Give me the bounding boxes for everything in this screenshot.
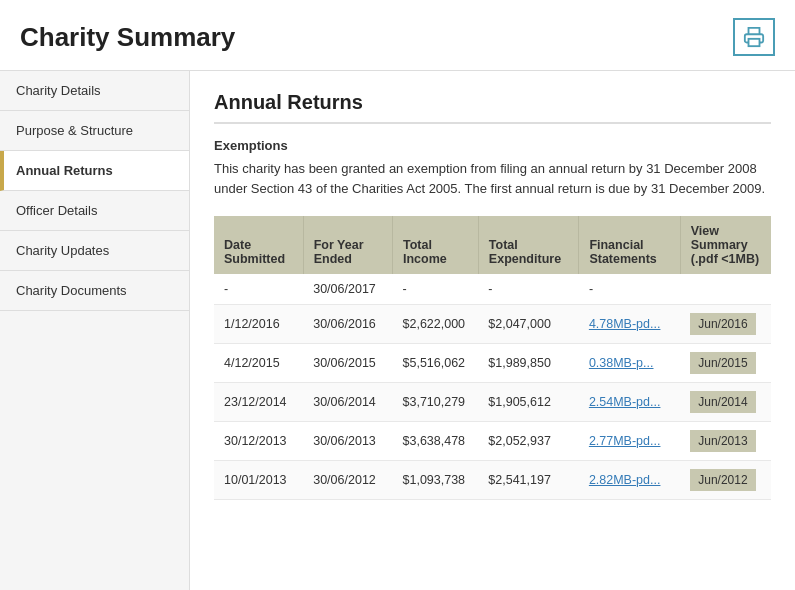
cell-total-income: $3,710,279 bbox=[393, 383, 479, 422]
cell-total-income: - bbox=[393, 274, 479, 305]
col-view-summary: View Summary(.pdf <1MB) bbox=[680, 216, 771, 274]
col-for-year-ended: For Year Ended bbox=[303, 216, 392, 274]
table-body: -30/06/2017---1/12/201630/06/2016$2,622,… bbox=[214, 274, 771, 500]
main-content: Annual Returns Exemptions This charity h… bbox=[190, 71, 795, 590]
financial-statements-link[interactable]: 0.38MB-p... bbox=[589, 356, 654, 370]
sidebar-item-officer-details[interactable]: Officer Details bbox=[0, 191, 189, 231]
table-row: 4/12/201530/06/2015$5,516,062$1,989,8500… bbox=[214, 344, 771, 383]
view-summary-button[interactable]: Jun/2015 bbox=[690, 352, 755, 374]
annual-returns-table: Date Submitted For Year Ended Total Inco… bbox=[214, 216, 771, 500]
cell-total-income: $1,093,738 bbox=[393, 461, 479, 500]
cell-for-year-ended: 30/06/2017 bbox=[303, 274, 392, 305]
cell-financial-statements: 2.82MB-pd... bbox=[579, 461, 680, 500]
col-total-expenditure: Total Expenditure bbox=[478, 216, 579, 274]
exemptions-text: This charity has been granted an exempti… bbox=[214, 159, 771, 198]
table-row: 30/12/201330/06/2013$3,638,478$2,052,937… bbox=[214, 422, 771, 461]
table-row: 1/12/201630/06/2016$2,622,000$2,047,0004… bbox=[214, 305, 771, 344]
cell-total-expenditure: - bbox=[478, 274, 579, 305]
view-summary-button[interactable]: Jun/2012 bbox=[690, 469, 755, 491]
sidebar-item-charity-updates[interactable]: Charity Updates bbox=[0, 231, 189, 271]
cell-financial-statements: 2.54MB-pd... bbox=[579, 383, 680, 422]
printer-icon bbox=[743, 26, 765, 48]
sidebar-item-purpose-structure[interactable]: Purpose & Structure bbox=[0, 111, 189, 151]
financial-statements-link[interactable]: 2.77MB-pd... bbox=[589, 434, 661, 448]
table-row: 23/12/201430/06/2014$3,710,279$1,905,612… bbox=[214, 383, 771, 422]
cell-total-expenditure: $2,541,197 bbox=[478, 461, 579, 500]
page-layout: Charity Details Purpose & Structure Annu… bbox=[0, 71, 795, 590]
col-total-income: Total Income bbox=[393, 216, 479, 274]
financial-statements-link[interactable]: 4.78MB-pd... bbox=[589, 317, 661, 331]
cell-date-submitted: 23/12/2014 bbox=[214, 383, 303, 422]
sidebar: Charity Details Purpose & Structure Annu… bbox=[0, 71, 190, 590]
cell-total-expenditure: $1,989,850 bbox=[478, 344, 579, 383]
cell-for-year-ended: 30/06/2016 bbox=[303, 305, 392, 344]
cell-date-submitted: 1/12/2016 bbox=[214, 305, 303, 344]
section-title: Annual Returns bbox=[214, 91, 771, 124]
col-date-submitted: Date Submitted bbox=[214, 216, 303, 274]
cell-date-submitted: 30/12/2013 bbox=[214, 422, 303, 461]
table-row: 10/01/201330/06/2012$1,093,738$2,541,197… bbox=[214, 461, 771, 500]
financial-statements-link[interactable]: 2.82MB-pd... bbox=[589, 473, 661, 487]
cell-for-year-ended: 30/06/2014 bbox=[303, 383, 392, 422]
cell-view-summary: Jun/2014 bbox=[680, 383, 771, 422]
table-header: Date Submitted For Year Ended Total Inco… bbox=[214, 216, 771, 274]
view-summary-button[interactable]: Jun/2016 bbox=[690, 313, 755, 335]
view-summary-button[interactable]: Jun/2014 bbox=[690, 391, 755, 413]
cell-total-expenditure: $2,052,937 bbox=[478, 422, 579, 461]
cell-date-submitted: 4/12/2015 bbox=[214, 344, 303, 383]
exemptions-heading: Exemptions bbox=[214, 138, 771, 153]
financial-statements-link[interactable]: 2.54MB-pd... bbox=[589, 395, 661, 409]
cell-financial-statements: 4.78MB-pd... bbox=[579, 305, 680, 344]
cell-total-expenditure: $2,047,000 bbox=[478, 305, 579, 344]
cell-view-summary: Jun/2012 bbox=[680, 461, 771, 500]
sidebar-item-charity-documents[interactable]: Charity Documents bbox=[0, 271, 189, 311]
cell-for-year-ended: 30/06/2012 bbox=[303, 461, 392, 500]
cell-date-submitted: - bbox=[214, 274, 303, 305]
table-row: -30/06/2017--- bbox=[214, 274, 771, 305]
cell-view-summary: Jun/2013 bbox=[680, 422, 771, 461]
cell-total-expenditure: $1,905,612 bbox=[478, 383, 579, 422]
page-header: Charity Summary bbox=[0, 0, 795, 71]
cell-for-year-ended: 30/06/2015 bbox=[303, 344, 392, 383]
view-summary-button[interactable]: Jun/2013 bbox=[690, 430, 755, 452]
sidebar-item-annual-returns[interactable]: Annual Returns bbox=[0, 151, 189, 191]
col-financial-statements: Financial Statements bbox=[579, 216, 680, 274]
cell-total-income: $3,638,478 bbox=[393, 422, 479, 461]
cell-view-summary: Jun/2015 bbox=[680, 344, 771, 383]
cell-financial-statements: 0.38MB-p... bbox=[579, 344, 680, 383]
cell-date-submitted: 10/01/2013 bbox=[214, 461, 303, 500]
print-button[interactable] bbox=[733, 18, 775, 56]
cell-view-summary: Jun/2016 bbox=[680, 305, 771, 344]
cell-financial-statements: - bbox=[579, 274, 680, 305]
cell-financial-statements: 2.77MB-pd... bbox=[579, 422, 680, 461]
svg-rect-0 bbox=[749, 39, 760, 46]
cell-total-income: $2,622,000 bbox=[393, 305, 479, 344]
sidebar-item-charity-details[interactable]: Charity Details bbox=[0, 71, 189, 111]
page-title: Charity Summary bbox=[20, 22, 235, 53]
cell-for-year-ended: 30/06/2013 bbox=[303, 422, 392, 461]
cell-total-income: $5,516,062 bbox=[393, 344, 479, 383]
cell-view-summary bbox=[680, 274, 771, 305]
